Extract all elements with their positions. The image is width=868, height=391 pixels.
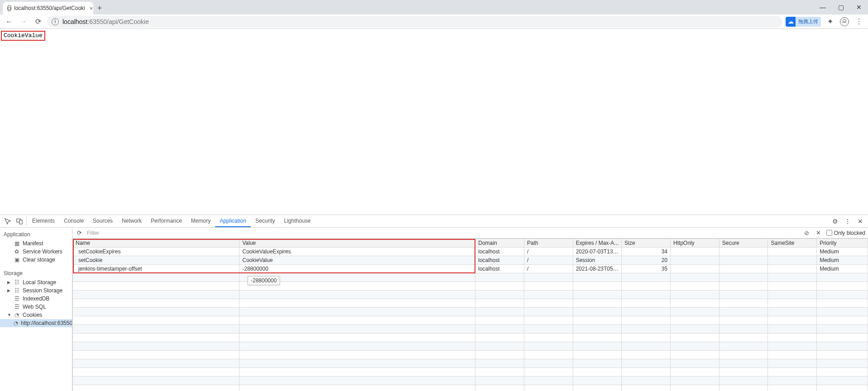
- column-header[interactable]: Size: [622, 239, 671, 248]
- cookies-table-wrap: NameValueDomainPathExpires / Max-A...Siz…: [72, 238, 868, 391]
- cell-domain: localhost: [475, 265, 524, 273]
- sidebar-item-clear-storage[interactable]: ▣Clear storage: [0, 256, 72, 264]
- only-blocked-toggle[interactable]: Only blocked: [826, 230, 865, 236]
- filter-input[interactable]: [87, 230, 799, 236]
- cell-name: setCookie: [73, 256, 240, 265]
- devtools-tab-console[interactable]: Console: [59, 215, 88, 227]
- browser-tab-strip: localhost:63550/api/GetCooki × + — ▢ ✕: [0, 0, 868, 14]
- column-header[interactable]: HttpOnly: [671, 239, 719, 248]
- sidebar-item-local-storage[interactable]: ▶☷Local Storage: [0, 278, 72, 286]
- sidebar-item-web-sql[interactable]: ☰Web SQL: [0, 303, 72, 311]
- cookies-main-panel: ⟳ ⊘ ✕ Only blocked NameValueDomainPathEx…: [72, 228, 868, 391]
- devtools-tab-sources[interactable]: Sources: [88, 215, 117, 227]
- application-sidebar: Application ▦Manifest ✿Service Workers ▣…: [0, 228, 72, 391]
- sidebar-item-label: Clear storage: [23, 257, 55, 263]
- cell-name: setCookieExpires: [73, 248, 240, 256]
- sidebar-section-storage: Storage: [0, 268, 72, 278]
- cell-value: CookieValue: [240, 256, 475, 265]
- site-info-icon[interactable]: i: [52, 18, 59, 25]
- sidebar-item-session-storage[interactable]: ▶☷Session Storage: [0, 286, 72, 295]
- cell-samesite: [768, 256, 817, 265]
- window-controls: — ▢ ✕: [814, 0, 868, 14]
- table-row[interactable]: setCookieExpiresCookieValueExpireslocalh…: [73, 248, 868, 256]
- gear-icon[interactable]: ⚙: [830, 216, 840, 226]
- close-window-button[interactable]: ✕: [850, 0, 868, 14]
- maximize-button[interactable]: ▢: [832, 0, 850, 14]
- page-viewport: CookieValue: [0, 29, 868, 215]
- sidebar-item-cookie-origin[interactable]: ◔http://localhost:63550: [0, 319, 72, 327]
- reload-button[interactable]: ⟳: [33, 16, 43, 27]
- devtools-tab-memory[interactable]: Memory: [187, 215, 215, 227]
- only-blocked-checkbox[interactable]: [826, 230, 832, 236]
- table-row[interactable]: setCookieCookieValuelocalhost/Session20M…: [73, 256, 868, 265]
- sidebar-item-manifest[interactable]: ▦Manifest: [0, 239, 72, 248]
- cell-size: 35: [622, 265, 671, 273]
- cell-value: CookieValueExpires: [240, 248, 475, 256]
- column-header[interactable]: Name: [73, 239, 240, 248]
- cell-expires: Session: [573, 256, 622, 265]
- cell-path: /: [524, 256, 573, 265]
- cookies-table: NameValueDomainPathExpires / Max-A...Siz…: [72, 238, 868, 391]
- cell-samesite: [768, 248, 817, 256]
- devtools-tab-lighthouse[interactable]: Lighthouse: [279, 215, 315, 227]
- extensions-icon[interactable]: ✦: [825, 16, 835, 27]
- cell-secure: [719, 256, 768, 265]
- table-row-empty: [73, 334, 868, 342]
- address-bar[interactable]: i localhost:63550/api/GetCookie: [47, 16, 782, 28]
- menu-button[interactable]: ⋮: [854, 16, 864, 27]
- profile-button[interactable]: [839, 16, 850, 27]
- table-row[interactable]: jenkins-timestamper-offset-28800000local…: [73, 265, 868, 273]
- column-header[interactable]: SameSite: [768, 239, 817, 248]
- column-header[interactable]: Value: [240, 239, 475, 248]
- table-row-empty: [73, 316, 868, 325]
- column-header[interactable]: Path: [524, 239, 573, 248]
- devtools-tab-elements[interactable]: Elements: [28, 215, 59, 227]
- table-row-empty: [73, 291, 868, 299]
- inspect-element-icon[interactable]: [2, 215, 14, 227]
- devtools-tab-network[interactable]: Network: [117, 215, 146, 227]
- cookies-filter-bar: ⟳ ⊘ ✕ Only blocked: [72, 228, 868, 238]
- table-row-empty: [73, 377, 868, 385]
- table-row-empty: [73, 308, 868, 316]
- url-text: localhost:63550/api/GetCookie: [62, 18, 149, 25]
- kebab-icon[interactable]: ⋮: [843, 216, 853, 226]
- new-tab-button[interactable]: +: [93, 2, 106, 14]
- close-icon[interactable]: ×: [90, 5, 93, 12]
- devtools-tab-application[interactable]: Application: [215, 215, 251, 227]
- devtools-panel: ElementsConsoleSourcesNetworkPerformance…: [0, 215, 868, 391]
- close-icon[interactable]: ✕: [855, 216, 865, 226]
- sidebar-item-cookies[interactable]: ▼◔Cookies: [0, 311, 72, 319]
- cell-secure: [719, 248, 768, 256]
- sidebar-section-application: Application: [0, 229, 72, 239]
- sidebar-item-label: Session Storage: [23, 287, 62, 294]
- cell-value: -28800000: [240, 265, 475, 273]
- avatar-icon: [840, 17, 849, 26]
- table-row-empty: [73, 273, 868, 282]
- devtools-tab-performance[interactable]: Performance: [146, 215, 187, 227]
- column-header[interactable]: Domain: [475, 239, 524, 248]
- back-button[interactable]: ←: [4, 16, 14, 27]
- devtools-right-controls: ⚙ ⋮ ✕: [830, 215, 868, 227]
- minimize-button[interactable]: —: [814, 0, 832, 14]
- value-tooltip: -28800000: [248, 276, 280, 285]
- device-toolbar-icon[interactable]: [14, 215, 25, 227]
- column-header[interactable]: Secure: [719, 239, 768, 248]
- devtools-tab-security[interactable]: Security: [251, 215, 279, 227]
- browser-tab[interactable]: localhost:63550/api/GetCooki ×: [3, 2, 93, 14]
- table-row-empty: [73, 299, 868, 308]
- svg-rect-1: [19, 220, 22, 224]
- column-header[interactable]: Expires / Max-A...: [573, 239, 622, 248]
- delete-selected-icon[interactable]: ✕: [815, 229, 823, 237]
- forward-button[interactable]: →: [18, 16, 29, 27]
- refresh-icon[interactable]: ⟳: [75, 229, 83, 237]
- clear-all-icon[interactable]: ⊘: [803, 229, 811, 237]
- sidebar-item-indexeddb[interactable]: ☰IndexedDB: [0, 295, 72, 303]
- globe-icon: [7, 5, 11, 11]
- sidebar-item-service-workers[interactable]: ✿Service Workers: [0, 248, 72, 256]
- cell-expires: 2020-07-03T13:...: [573, 248, 622, 256]
- table-row-empty: [73, 359, 868, 368]
- extension-button[interactable]: ☁ 拖拽上传: [786, 17, 821, 27]
- cell-http: [671, 256, 719, 265]
- cell-expires: 2021-08-23T05:...: [573, 265, 622, 273]
- column-header[interactable]: Priority: [817, 239, 868, 248]
